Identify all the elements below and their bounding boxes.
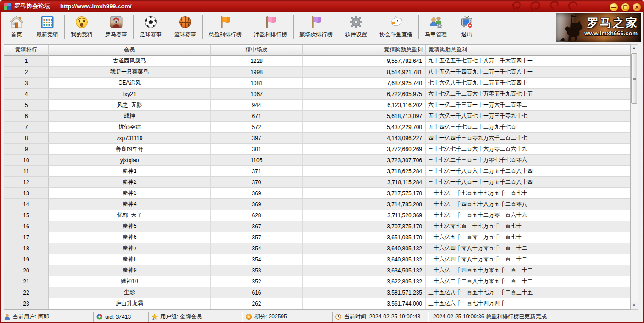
- toolbar-label: 退出: [461, 31, 472, 39]
- status-text: 当前时间: 2024-02-25 19:00:43: [344, 313, 420, 321]
- cell-total-number: 4,143,096,227: [303, 133, 426, 144]
- clock-icon: [335, 313, 342, 320]
- statusbar: 当前用户: 阿郎 uid: 37413 用户组: 金牌会员: [1, 312, 643, 322]
- table-row[interactable]: 19赌神83543,640,805,132三十六亿四千零八十万零五千一百三十二: [4, 254, 630, 265]
- toolbar-button-settings[interactable]: 软件设置: [339, 12, 373, 43]
- column-header-total-profit[interactable]: 竞猜奖励总盈利: [303, 45, 426, 56]
- table-row[interactable]: 3CEA追风10817,687,925,740七十六亿八千七百九十二万五千七百四…: [4, 78, 630, 89]
- cell-total-number: 3,651,035,170: [303, 232, 426, 243]
- gladiator-icon: [109, 14, 124, 30]
- cell-total-chinese: 六十七亿二千二百六十万零五千九百七十五: [426, 89, 630, 100]
- window-content: 首页 最新竞猜: [1, 12, 643, 322]
- table-body: 1古道西风瘦马12289,557,782,641九十五亿五千七百七十八万二千六百…: [4, 56, 630, 309]
- scroll-thumb-grip: [633, 77, 636, 80]
- cell-total-number: 3,718,115,284: [303, 177, 426, 188]
- table-row[interactable]: 11赌神13713,718,625,284三十七亿一千八百六十二万五千二百八十四: [4, 166, 630, 177]
- cell-rank: 20: [4, 265, 49, 276]
- toolbar-button-total-profit-ranking[interactable]: 总盈利排行榜: [203, 12, 248, 43]
- toolbar-button-douyu-live[interactable]: 协会斗鱼直播: [373, 12, 418, 43]
- toolbar-button-roma-events[interactable]: 罗马赛事: [99, 12, 133, 43]
- titlebar[interactable]: 罗马协会论坛 http://www.lmxh999.com/ — ❐ ✕: [0, 0, 644, 12]
- vertical-scrollbar[interactable]: ▲ ▼: [631, 44, 638, 310]
- cell-total-number: 8,514,921,781: [303, 67, 426, 78]
- table-row[interactable]: 9善良的军哥3013,772,660,269三十七亿七千二百六十六万零二百六十九: [4, 144, 630, 155]
- table-row[interactable]: 10yjxtqiao11053,723,307,706三十七亿二千三百三十万零七…: [4, 155, 630, 166]
- table-row[interactable]: 2我是一只菜菜鸟19988,514,921,781八十五亿一千四百九十二万一千七…: [4, 67, 630, 78]
- status-user-group: 用户组: 金牌会员: [148, 312, 243, 322]
- table-row[interactable]: 22尘影6163,581,571,235三十五亿八千一百五十七万一千二百三十五: [4, 287, 630, 298]
- minimize-button[interactable]: —: [610, 3, 618, 11]
- table-row[interactable]: 1古道西风瘦马12289,557,782,641九十五亿五千七百七十八万二千六百…: [4, 56, 630, 67]
- table-row[interactable]: 12赌神23703,718,115,284三十七亿一千八百一十一万五千二百八十四: [4, 177, 630, 188]
- column-header-total-profit-chinese[interactable]: 竞猜奖励总盈利: [426, 45, 630, 56]
- cell-rank: 2: [4, 67, 49, 78]
- toolbar-label: 我的竞猜: [71, 31, 93, 39]
- toolbar-button-home[interactable]: 首页: [3, 12, 30, 43]
- cell-total-number: 5,618,713,097: [303, 111, 426, 122]
- cell-total-chinese: 三十七亿零七百三十七万五千一百七十: [426, 221, 630, 232]
- table-row[interactable]: 8zxp7311193974,143,096,227四十一亿四千三百零九万六千二…: [4, 133, 630, 144]
- scroll-up-button[interactable]: ▲: [631, 45, 638, 52]
- cell-rank: 12: [4, 177, 49, 188]
- cell-rank: 23: [4, 298, 49, 309]
- cell-total-number: 9,557,782,641: [303, 56, 426, 67]
- table-row[interactable]: 23庐山升龙霸2623,561,744,000三十五亿六千一百七十四万四千: [4, 298, 630, 309]
- cell-member: yjxtqiao: [49, 155, 211, 166]
- table-row[interactable]: 14赌神43693,714,785,208三十七亿一千四百七十八万五千二百零八: [4, 199, 630, 210]
- toolbar-button-wins-ranking[interactable]: 赢场次排行榜: [294, 12, 339, 43]
- toolbar-button-my-bets[interactable]: 我的竞猜: [65, 12, 99, 43]
- table-row[interactable]: 4fxy2110676,722,605,975六十七亿二千二百六十万零五千九百七…: [4, 89, 630, 100]
- cell-total-chinese: 三十六亿四千零八十万零五千一百三十二: [426, 243, 630, 254]
- scroll-thumb[interactable]: [631, 53, 637, 104]
- cell-total-number: 7,687,925,740: [303, 78, 426, 89]
- table-row[interactable]: 20赌神93533,634,505,132三十六亿三千四百五十万零五千一百三十二: [4, 265, 630, 276]
- close-button[interactable]: ✕: [633, 3, 641, 11]
- cell-total-chinese: 三十七亿一千四百七十八万五千二百零八: [426, 199, 630, 210]
- cell-rank: 8: [4, 133, 49, 144]
- cell-total-chinese: 五十四亿三千七百二十二万九千七百: [426, 122, 630, 133]
- table-row[interactable]: 6战神6715,618,713,097五十六亿一千八百七十一万三千零九十七: [4, 111, 630, 122]
- toolbar-button-vest-management[interactable]: 马甲管理: [419, 12, 453, 43]
- cell-hits: 353: [211, 265, 303, 276]
- column-header-rank[interactable]: 竞猜排行: [4, 45, 49, 56]
- table-row[interactable]: 7忧郁圣姑5725,437,229,700五十四亿三千七百二十二万九千七百: [4, 122, 630, 133]
- cell-hits: 369: [211, 199, 303, 210]
- cell-total-chinese: 三十五亿六千一百七十四万四千: [426, 298, 630, 309]
- toolbar-button-basketball-events[interactable]: 篮球赛事: [168, 12, 202, 43]
- toolbar-label: 协会斗鱼直播: [379, 31, 412, 39]
- cell-rank: 13: [4, 188, 49, 199]
- cell-rank: 16: [4, 221, 49, 232]
- status-uid: uid: 37413: [93, 312, 148, 322]
- toolbar-button-latest-bets[interactable]: 最新竞猜: [30, 12, 64, 43]
- table-row[interactable]: 5风之_无影9446,123,116,202六十一亿二千三百一十一万六千二百零二: [4, 100, 630, 111]
- cell-member: 赌神8: [49, 254, 211, 265]
- column-header-member[interactable]: 会员: [49, 45, 211, 56]
- toolbar-button-exit[interactable]: 退出: [453, 12, 480, 43]
- table-row[interactable]: 18赌神73543,640,805,132三十六亿四千零八十万零五千一百三十二: [4, 243, 630, 254]
- purple-flag-icon: [309, 14, 323, 30]
- cell-member: 赌神6: [49, 232, 211, 243]
- table-row[interactable]: 13赌神33693,717,575,170三十七亿一千七百五十七万五千一百七十: [4, 188, 630, 199]
- toolbar-button-net-profit-ranking[interactable]: 净盈利排行榜: [248, 12, 293, 43]
- maximize-button[interactable]: ❐: [621, 3, 630, 11]
- toolbar-button-football-events[interactable]: 足球赛事: [134, 12, 168, 43]
- cell-member: fxy21: [49, 89, 211, 100]
- roma-home-banner[interactable]: 罗马之家 www.lmxh666.com: [556, 13, 641, 42]
- status-text: 2024-02-25 19:00:36 总盈利排行榜已更新完成: [433, 313, 547, 321]
- table-row[interactable]: 21赌神103523,622,805,132三十六亿二千二百八十万零五千一百三十…: [4, 276, 630, 287]
- scroll-down-button[interactable]: ▼: [631, 302, 638, 309]
- cell-member: 忧郁圣姑: [49, 122, 211, 133]
- cell-member: zxp731119: [49, 133, 211, 144]
- table-row[interactable]: 16赌神53673,707,375,170三十七亿零七百三十七万五千一百七十: [4, 221, 630, 232]
- svg-text:$: $: [248, 315, 250, 319]
- column-header-hits[interactable]: 猜中场次: [211, 45, 303, 56]
- cell-total-number: 3,772,660,269: [303, 144, 426, 155]
- table-row[interactable]: 17赌神63573,651,035,170三十六亿五千一百零三万五千一百七十: [4, 232, 630, 243]
- table-row[interactable]: 15忧郁_天子6283,711,520,369三十七亿一千一百五十二万零三百六十…: [4, 210, 630, 221]
- cell-rank: 9: [4, 144, 49, 155]
- cell-hits: 354: [211, 254, 303, 265]
- gear-icon: [349, 14, 363, 30]
- cell-rank: 14: [4, 199, 49, 210]
- cell-total-number: 3,717,575,170: [303, 188, 426, 199]
- cell-hits: 397: [211, 133, 303, 144]
